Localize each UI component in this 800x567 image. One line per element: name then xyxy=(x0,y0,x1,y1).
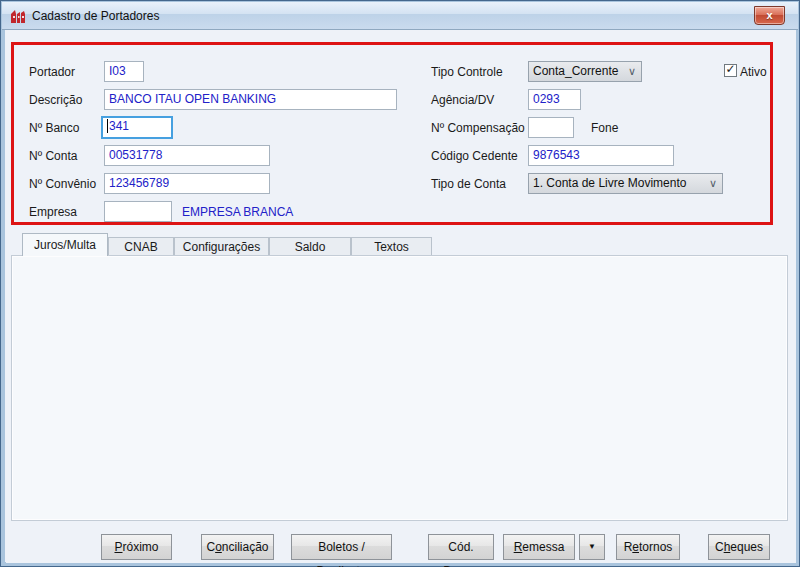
codigo-cedente-input[interactable]: 9876543 xyxy=(528,145,674,166)
proximo-button[interactable]: Próximo xyxy=(101,534,172,560)
dialog-window: Cadastro de Portadores x Portador I03 De… xyxy=(0,0,800,567)
empresa-label: Empresa xyxy=(29,205,77,219)
tipo-de-conta-label: Tipo de Conta xyxy=(431,177,506,191)
retornos-button[interactable]: Retornos xyxy=(616,534,680,560)
checkmark-icon: ✓ xyxy=(725,62,735,76)
dialog-client-area: Portador I03 Descrição BANCO ITAU OPEN B… xyxy=(6,30,796,563)
codigo-cedente-label: Código Cedente xyxy=(431,149,518,163)
tab-page xyxy=(11,255,788,521)
portador-input[interactable]: I03 xyxy=(104,61,144,82)
tab-saldo[interactable]: Saldo xyxy=(269,237,351,256)
n-banco-input[interactable]: 341 xyxy=(101,116,173,139)
title-bar[interactable]: Cadastro de Portadores x xyxy=(2,2,798,30)
n-convenio-input[interactable]: 123456789 xyxy=(104,173,270,194)
tipo-controle-select[interactable]: Conta_Corrente ∨ xyxy=(528,61,642,82)
chevron-down-icon: ∨ xyxy=(709,174,717,193)
ativo-label: Ativo xyxy=(740,65,767,79)
tipo-controle-value: Conta_Corrente xyxy=(533,64,618,78)
agencia-dv-input[interactable]: 0293 xyxy=(528,89,581,110)
tab-configuracoes[interactable]: Configurações xyxy=(174,237,269,256)
app-icon xyxy=(10,8,26,24)
conciliacao-button[interactable]: Conciliação xyxy=(201,534,274,560)
n-conta-input[interactable]: 00531778 xyxy=(104,145,270,166)
remessa-button[interactable]: Remessa xyxy=(503,534,575,560)
empresa-note: EMPRESA BRANCA xyxy=(182,205,293,219)
empresa-input[interactable] xyxy=(104,201,172,222)
cod-barras-button[interactable]: Cód. Barras xyxy=(428,534,494,560)
tipo-de-conta-select[interactable]: 1. Conta de Livre Movimento ∨ xyxy=(528,173,723,194)
cheques-button[interactable]: Cheques xyxy=(708,534,770,560)
agencia-dv-label: Agência/DV xyxy=(431,93,494,107)
n-compensacao-input[interactable] xyxy=(528,117,574,138)
tipo-de-conta-value: 1. Conta de Livre Movimento xyxy=(533,176,686,190)
tab-cnab[interactable]: CNAB xyxy=(108,237,174,256)
chevron-down-icon: ∨ xyxy=(628,62,636,81)
fone-label: Fone xyxy=(591,121,618,135)
boletos-duplicata-button[interactable]: Boletos / Duplicata xyxy=(291,534,392,560)
n-convenio-label: Nº Convênio xyxy=(29,177,96,191)
tipo-controle-label: Tipo Controle xyxy=(431,65,503,79)
n-banco-label: Nº Banco xyxy=(29,121,79,135)
n-compensacao-label: Nº Compensação xyxy=(431,121,525,135)
window-title: Cadastro de Portadores xyxy=(32,9,159,23)
portador-label: Portador xyxy=(29,65,75,79)
tab-juros-multa[interactable]: Juros/Multa xyxy=(22,233,108,256)
remessa-dropdown-button[interactable]: ▼ xyxy=(579,534,605,560)
close-button[interactable]: x xyxy=(754,6,785,25)
dropdown-arrow-icon: ▼ xyxy=(588,542,596,551)
ativo-checkbox[interactable]: ✓ xyxy=(724,64,737,77)
descricao-label: Descrição xyxy=(29,93,82,107)
tab-textos[interactable]: Textos xyxy=(351,237,432,256)
descricao-input[interactable]: BANCO ITAU OPEN BANKING xyxy=(104,89,397,110)
n-conta-label: Nº Conta xyxy=(29,149,77,163)
text-caret xyxy=(107,119,108,133)
